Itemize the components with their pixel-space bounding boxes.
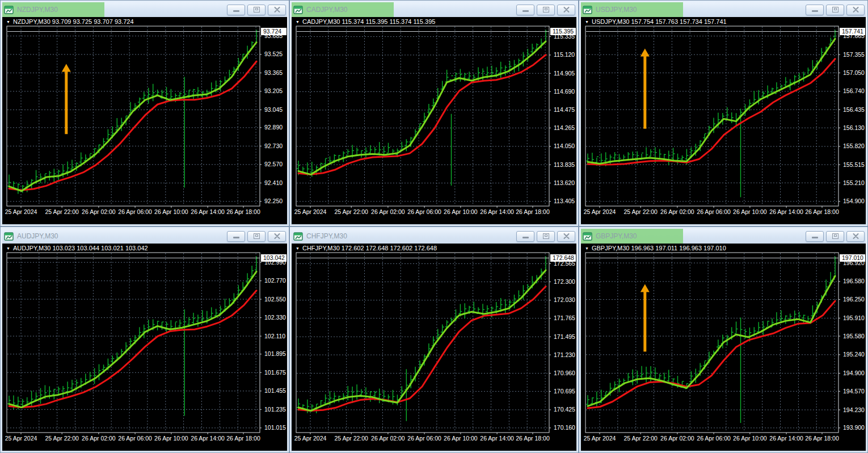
price-tick-label: 171.765: [554, 314, 575, 321]
collapse-triangle-icon: ▼: [585, 246, 589, 250]
price-tick-label: 92.250: [264, 198, 283, 204]
minimize-button[interactable]: [806, 231, 824, 242]
time-tick-label: 26 Apr 02:00: [660, 435, 694, 442]
minimize-icon: [233, 237, 239, 238]
window-controls: [227, 5, 287, 15]
restore-button[interactable]: [537, 231, 555, 242]
window-titlebar[interactable]: CHFJPY,M30: [292, 229, 576, 244]
window-title: CHFJPY,M30: [306, 232, 347, 240]
restore-button[interactable]: [247, 231, 266, 242]
chart-header[interactable]: ▼ NZDJPY,M30 93.709 93.725 93.707 93.724: [6, 18, 134, 25]
price-tick-label: 171.230: [554, 351, 575, 358]
chart-header[interactable]: ▼ CADJPY,M30 115.374 115.395 115.374 115…: [296, 18, 435, 25]
restore-button[interactable]: [826, 231, 844, 242]
ma-slow-line: [298, 287, 546, 411]
time-tick-label: 26 Apr 02:00: [660, 208, 694, 215]
close-button[interactable]: [846, 5, 865, 15]
close-button[interactable]: [557, 231, 575, 242]
time-tick-label: 26 Apr 14:00: [769, 208, 803, 215]
price-tick-label: 101.675: [264, 369, 286, 376]
chart-header[interactable]: ▼ CHFJPY,M30 172.602 172.648 172.602 172…: [296, 245, 437, 251]
price-tick-label: 102.330: [264, 314, 286, 321]
window-controls: [806, 5, 866, 15]
mdi-area: NZDJPY,M30 ▼ NZDJPY,M30 93.709 93.725 93…: [0, 0, 868, 453]
time-tick-label: 25 Apr 22:00: [334, 435, 368, 442]
ma-fast-line: [298, 270, 546, 411]
time-tick-label: 26 Apr 18:00: [805, 435, 839, 442]
time-tick-label: 26 Apr 18:00: [226, 208, 260, 215]
minimize-icon: [523, 237, 529, 238]
chart-area[interactable]: ▼ GBPJPY,M30 196.963 197.011 196.963 197…: [581, 244, 866, 451]
minimize-button[interactable]: [516, 231, 534, 242]
current-price-value: 197.010: [842, 254, 863, 261]
close-button[interactable]: [846, 231, 865, 242]
window-titlebar[interactable]: CADJPY,M30: [292, 2, 576, 17]
price-plot[interactable]: 196.920196.580196.250195.910195.580195.2…: [581, 244, 866, 451]
window-titlebar[interactable]: AUDJPY,M30: [2, 229, 287, 244]
window-titlebar[interactable]: NZDJPY,M30: [2, 2, 287, 17]
restore-button[interactable]: [537, 5, 555, 15]
price-tick-label: 102.550: [264, 296, 286, 303]
close-button[interactable]: [268, 5, 286, 15]
price-plot[interactable]: 102.990102.770102.550102.330102.110101.8…: [2, 244, 287, 451]
price-tick-label: 101.015: [264, 424, 286, 431]
chart-window: GBPJPY,M30 ▼ GBPJPY,M30 196.963 197.011 …: [579, 227, 868, 453]
current-price-value: 172.648: [553, 254, 574, 261]
chart-window-icon: [293, 232, 303, 241]
price-plot[interactable]: 93.68593.52593.36593.20593.04592.89092.7…: [2, 17, 287, 224]
minimize-button[interactable]: [806, 5, 824, 15]
chart-area[interactable]: ▼ NZDJPY,M30 93.709 93.725 93.707 93.724…: [2, 17, 287, 224]
price-plot[interactable]: 157.665157.355157.050156.740156.435156.1…: [581, 17, 866, 224]
price-tick-label: 171.495: [554, 333, 575, 340]
minimize-button[interactable]: [227, 231, 245, 242]
chart-window: USDJPY,M30 ▼ USDJPY,M30 157.754 157.763 …: [579, 0, 868, 227]
window-titlebar[interactable]: GBPJPY,M30: [581, 229, 866, 244]
collapse-triangle-icon: ▼: [296, 246, 300, 250]
price-tick-label: 101.235: [264, 406, 286, 413]
window-title: NZDJPY,M30: [17, 6, 58, 14]
restore-icon: [254, 233, 260, 239]
price-tick-label: 114.475: [554, 106, 575, 113]
chart-area[interactable]: ▼ CADJPY,M30 115.374 115.395 115.374 115…: [292, 17, 576, 224]
chart-area[interactable]: ▼ AUDJPY,M30 103.023 103.044 103.021 103…: [2, 244, 287, 451]
price-tick-label: 115.120: [554, 51, 575, 58]
chart-header[interactable]: ▼ AUDJPY,M30 103.023 103.044 103.021 103…: [6, 245, 148, 251]
price-tick-label: 193.900: [843, 424, 865, 431]
collapse-triangle-icon: ▼: [6, 20, 10, 24]
minimize-icon: [812, 237, 818, 238]
time-tick-label: 25 Apr 22:00: [623, 435, 658, 442]
time-tick-label: 26 Apr 06:00: [697, 208, 731, 215]
time-tick-label: 26 Apr 02:00: [82, 435, 116, 442]
collapse-triangle-icon: ▼: [296, 20, 300, 24]
close-icon: [853, 233, 859, 239]
restore-button[interactable]: [826, 5, 844, 15]
window-titlebar[interactable]: USDJPY,M30: [581, 2, 866, 17]
restore-icon: [543, 7, 549, 12]
minimize-icon: [812, 10, 818, 12]
chart-area[interactable]: ▼ USDJPY,M30 157.754 157.763 157.734 157…: [581, 17, 866, 224]
chart-window-icon: [583, 6, 592, 14]
window-title: CADJPY,M30: [306, 6, 347, 14]
price-plot[interactable]: 172.565172.300172.030171.765171.495171.2…: [292, 244, 576, 451]
price-plot[interactable]: 115.335115.120114.905114.690114.475114.2…: [292, 17, 576, 224]
buy-signal-arrow-head: [641, 49, 650, 57]
time-tick-label: 26 Apr 18:00: [516, 435, 550, 442]
time-tick-label: 26 Apr 14:00: [480, 208, 514, 215]
window-title: USDJPY,M30: [596, 6, 637, 14]
chart-window: AUDJPY,M30 ▼ AUDJPY,M30 103.023 103.044 …: [0, 227, 289, 453]
time-tick-label: 26 Apr 14:00: [191, 435, 225, 442]
price-tick-label: 155.820: [843, 142, 865, 149]
minimize-button[interactable]: [227, 5, 245, 15]
chart-window: CHFJPY,M30 ▼ CHFJPY,M30 172.602 172.648 …: [289, 227, 579, 453]
close-icon: [563, 7, 570, 12]
chart-header[interactable]: ▼ USDJPY,M30 157.754 157.763 157.734 157…: [585, 18, 727, 25]
price-tick-label: 195.910: [843, 314, 865, 321]
restore-button[interactable]: [247, 5, 266, 15]
chart-header[interactable]: ▼ GBPJPY,M30 196.963 197.011 196.963 197…: [585, 245, 726, 251]
chart-area[interactable]: ▼ CHFJPY,M30 172.602 172.648 172.602 172…: [292, 244, 576, 451]
close-button[interactable]: [557, 5, 575, 15]
price-tick-label: 93.365: [264, 69, 283, 76]
minimize-button[interactable]: [516, 5, 534, 15]
close-button[interactable]: [268, 231, 286, 242]
time-tick-label: 26 Apr 02:00: [371, 208, 405, 215]
